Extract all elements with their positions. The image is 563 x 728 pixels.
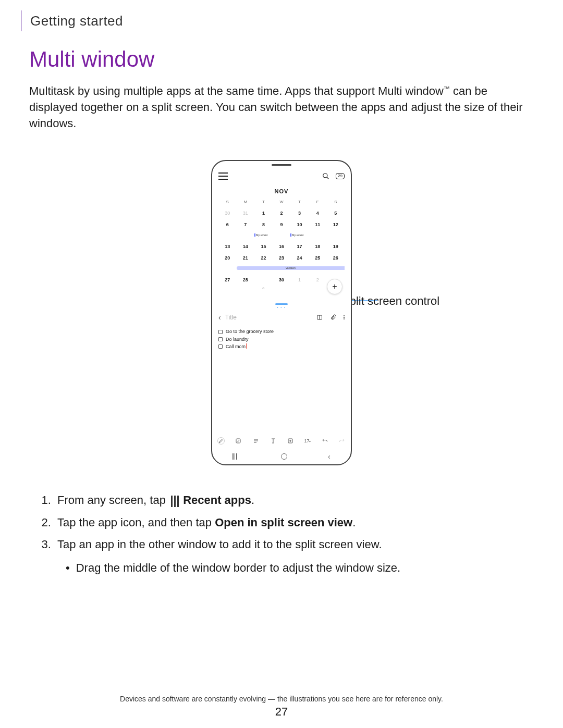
dow: S (218, 200, 237, 204)
todo-item[interactable]: Do laundry (218, 336, 345, 343)
calendar-day[interactable]: 14 (237, 244, 255, 249)
calendar-day[interactable]: 9 (273, 222, 291, 227)
nav-back-icon[interactable]: ‹ (328, 452, 331, 461)
todo-text: Do laundry (226, 336, 249, 343)
split-screen-control[interactable]: • • • (212, 303, 351, 309)
nav-recents-icon[interactable] (232, 453, 240, 460)
step-text: From any screen, tap (57, 493, 166, 507)
today-date-badge[interactable]: 29 (336, 173, 345, 179)
sub-bullet-list: Drag the middle of the window border to … (63, 558, 534, 578)
calendar-day[interactable]: 15 (254, 244, 273, 249)
calendar-day[interactable]: 30 (218, 211, 237, 216)
attachment-icon[interactable] (330, 314, 336, 320)
calendar-day[interactable]: 2 (273, 211, 291, 216)
calendar-day[interactable]: 6 (218, 222, 237, 227)
reader-mode-icon[interactable] (316, 314, 323, 320)
breadcrumb: Getting started (30, 13, 123, 29)
calendar-day-selected[interactable]: 29☺ (254, 277, 273, 290)
calendar-day[interactable]: 23 (273, 255, 291, 261)
sub-bullet-item: Drag the middle of the window border to … (63, 558, 534, 578)
calendar-day[interactable]: 27 (218, 277, 237, 290)
calendar-day[interactable]: 24 (290, 255, 309, 261)
step-text-bold: Recent apps (183, 493, 251, 507)
vacation-event-bar[interactable]: Vacation (237, 266, 345, 270)
calendar-day[interactable]: 12 (326, 222, 345, 227)
calendar-event-label[interactable]: My event (290, 233, 303, 237)
step-item: From any screen, tap Recent apps. (54, 490, 534, 511)
calendar-day[interactable]: 11 (309, 222, 327, 227)
notes-toolbar: 17▾ (217, 437, 346, 445)
recents-inline-icon (171, 496, 179, 507)
search-icon[interactable] (322, 172, 329, 180)
footer-note: Devices and software are constantly evol… (0, 695, 563, 703)
calendar-day[interactable]: 3 (290, 211, 309, 216)
step-text: . (251, 493, 254, 507)
add-event-fab[interactable]: + (327, 279, 342, 294)
undo-icon[interactable] (321, 437, 328, 445)
note-title-placeholder[interactable]: Title (225, 314, 237, 321)
dow: W (273, 200, 291, 204)
step-text-bold: Open in split screen view (215, 516, 352, 529)
calendar-events-row: Vacation (218, 267, 345, 271)
calendar-day[interactable]: 4 (309, 211, 327, 216)
content-area: Multi window Multitask by using multiple… (0, 31, 563, 578)
android-navbar: ‹ (212, 449, 351, 464)
step-item: Tap the app icon, and then tap Open in s… (54, 513, 534, 533)
calendar-event-label[interactable]: My event (254, 233, 267, 237)
todo-item[interactable]: Call mom (218, 343, 345, 350)
calendar-day[interactable]: 30 (273, 277, 291, 290)
calendar-day[interactable]: 16 (273, 244, 291, 249)
calendar-day[interactable]: 19 (326, 244, 345, 249)
step-item: Tap an app in the other window to add it… (54, 535, 534, 578)
svg-line-1 (327, 177, 329, 179)
calendar-day[interactable]: 28 (237, 277, 255, 290)
todo-list: Go to the grocery store Do laundry Call … (218, 328, 345, 350)
font-size-control[interactable]: 17▾ (304, 437, 311, 445)
calendar-day[interactable]: 26 (326, 255, 345, 261)
calendar-day[interactable]: 20 (218, 255, 237, 261)
intro-text-1: Multitask by using multiple apps at the … (29, 84, 444, 97)
phone-illustration: 29 NOV S M T W T F S 30 31 1 (211, 160, 352, 465)
text-format-tool-icon[interactable] (270, 437, 277, 445)
calendar-day[interactable]: 10 (290, 222, 309, 227)
more-options-icon[interactable] (344, 315, 345, 319)
insert-tool-icon[interactable] (287, 437, 294, 445)
svg-rect-4 (236, 439, 240, 443)
calendar-day[interactable]: 7 (237, 222, 255, 227)
pen-tool-icon[interactable] (217, 437, 225, 445)
calendar-day[interactable]: 17 (290, 244, 309, 249)
nav-home-icon[interactable] (281, 453, 287, 460)
step-text: . (352, 516, 356, 529)
dow: T (254, 200, 273, 204)
calendar-day[interactable]: 5 (326, 211, 345, 216)
calendar-day[interactable]: 8 (254, 222, 273, 227)
checkbox-icon[interactable] (218, 330, 223, 334)
svg-point-0 (323, 174, 327, 178)
dow: M (237, 200, 255, 204)
back-icon[interactable]: ‹ (218, 313, 221, 322)
calendar-day[interactable]: 25 (309, 255, 327, 261)
callout-label: Split screen control (342, 294, 439, 308)
calendar-day[interactable]: 18 (309, 244, 327, 249)
calendar-day[interactable]: 1 (254, 211, 273, 216)
calendar-day[interactable]: 2 (309, 277, 327, 290)
hamburger-icon[interactable] (218, 172, 228, 180)
calendar-day[interactable]: 31 (237, 211, 255, 216)
checkbox-icon[interactable] (218, 344, 223, 349)
checkbox-tool-icon[interactable] (235, 437, 242, 445)
page-number: 27 (0, 705, 563, 719)
text-style-tool-icon[interactable] (252, 437, 260, 445)
checkbox-icon[interactable] (218, 337, 223, 341)
calendar-grid: S M T W T F S 30 31 1 2 3 4 5 (218, 200, 345, 290)
calendar-day[interactable]: 1 (290, 277, 309, 290)
calendar-day[interactable]: 13 (218, 244, 237, 249)
redo-icon[interactable] (338, 437, 346, 445)
step-text: Tap an app in the other window to add it… (57, 538, 382, 551)
calendar-day[interactable]: 21 (237, 255, 255, 261)
intro-paragraph: Multitask by using multiple apps at the … (29, 83, 534, 131)
calendar-day[interactable]: 22 (254, 255, 273, 261)
split-handle-bar[interactable] (275, 303, 288, 305)
dow: F (309, 200, 327, 204)
todo-item[interactable]: Go to the grocery store (218, 328, 345, 335)
calendar-month-label: NOV (218, 188, 345, 194)
